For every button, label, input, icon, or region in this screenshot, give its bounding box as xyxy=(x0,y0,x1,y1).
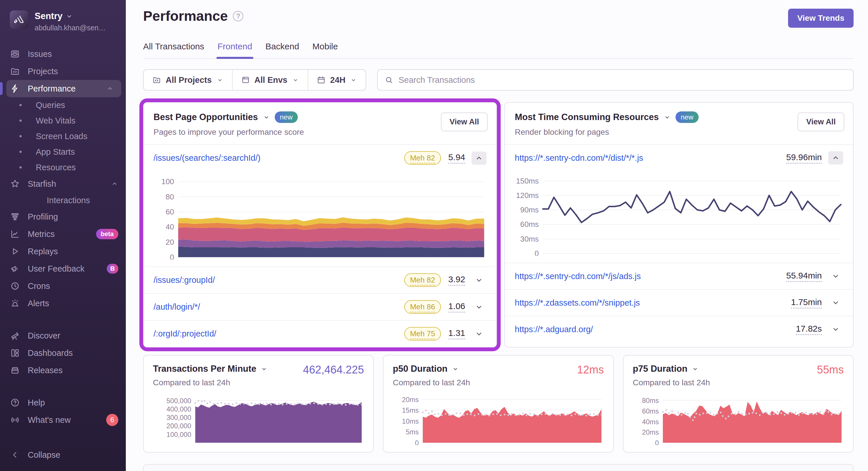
svg-text:60ms: 60ms xyxy=(642,407,659,415)
resource-row: https://*.adguard.org/ 17.82s xyxy=(505,316,853,342)
metrics-icon xyxy=(10,229,20,239)
p75-chart: 80ms60ms40ms20ms0 xyxy=(633,393,844,445)
sidebar-item-issues[interactable]: Issues xyxy=(0,45,126,63)
resource-row: https://*.sentry-cdn.com/*/js/ads.js 55.… xyxy=(505,263,853,289)
sidebar-item-web-vitals[interactable]: •Web Vitals xyxy=(0,113,126,128)
expand-row-button[interactable] xyxy=(471,274,487,287)
view-all-button[interactable]: View All xyxy=(798,113,844,131)
svg-text:400,000: 400,000 xyxy=(166,405,191,413)
megaphone-icon xyxy=(10,263,20,274)
chevron-down-icon[interactable] xyxy=(663,114,671,121)
collapse-row-button[interactable] xyxy=(828,151,843,164)
search-input[interactable] xyxy=(399,75,846,85)
org-switcher[interactable]: Sentry abdullah.khan@sen… xyxy=(0,0,126,32)
sidebar-item-help[interactable]: Help xyxy=(0,394,126,411)
sidebar-item-label: Help xyxy=(28,398,45,408)
view-trends-button[interactable]: View Trends xyxy=(788,9,854,28)
svg-text:90ms: 90ms xyxy=(520,206,539,214)
transaction-link[interactable]: /:orgId/:projectId/ xyxy=(154,329,399,339)
sidebar-item-projects[interactable]: Projects xyxy=(0,63,126,80)
sidebar-item-replays[interactable]: Replays xyxy=(0,243,126,260)
help-icon xyxy=(10,398,20,408)
new-badge: new xyxy=(275,112,298,123)
sidebar-item-discover[interactable]: Discover xyxy=(0,327,126,344)
time-consuming-resources-panel: Most Time Consuming Resources new Render… xyxy=(504,102,854,347)
expand-row-button[interactable] xyxy=(471,327,487,341)
sidebar-item-queries[interactable]: •Queries xyxy=(0,97,126,113)
sidebar-item-resources[interactable]: •Resources xyxy=(0,160,126,175)
chevron-down-icon[interactable] xyxy=(262,114,270,121)
lightning-icon xyxy=(10,84,20,94)
project-filter[interactable]: All Projects xyxy=(144,70,232,90)
sidebar-item-starfish[interactable]: Starfish xyxy=(0,175,126,192)
sidebar-item-user-feedback[interactable]: User FeedbackB xyxy=(0,260,126,277)
view-all-button[interactable]: View All xyxy=(441,113,488,131)
resource-link[interactable]: https://*.sentry-cdn.com/*/dist/*/*.js xyxy=(515,153,779,163)
profiling-icon xyxy=(10,212,20,222)
help-circle-icon[interactable]: ? xyxy=(233,11,243,21)
sidebar-item-performance[interactable]: Performance xyxy=(6,80,121,97)
sidebar-item-profiling[interactable]: Profiling xyxy=(0,208,126,225)
metric-value: 462,464.225 xyxy=(303,364,364,376)
sidebar-item-app-starts[interactable]: •App Starts xyxy=(0,144,126,160)
expand-row-button[interactable] xyxy=(471,301,487,314)
panel-title: Most Time Consuming Resources xyxy=(515,112,659,122)
svg-text:30ms: 30ms xyxy=(520,234,539,243)
date-range-filter[interactable]: 24H xyxy=(308,70,366,90)
opportunity-score: 1.31 xyxy=(448,328,465,339)
svg-text:120ms: 120ms xyxy=(516,191,539,200)
issues-icon xyxy=(10,49,20,59)
sidebar-item-releases[interactable]: Releases xyxy=(0,362,126,379)
metric-value: 55ms xyxy=(817,364,844,376)
tab-backend[interactable]: Backend xyxy=(266,41,299,58)
svg-text:200,000: 200,000 xyxy=(166,422,191,430)
transaction-link[interactable]: /issues/:groupId/ xyxy=(154,275,399,285)
sidebar-item-label: Performance xyxy=(28,84,75,94)
transaction-link[interactable]: /auth/login/*/ xyxy=(154,302,399,312)
bullet-icon: • xyxy=(19,147,25,157)
sidebar-item-crons[interactable]: Crons xyxy=(0,277,126,295)
resource-duration: 55.94min xyxy=(786,271,822,282)
chevron-left-icon xyxy=(10,450,20,460)
sidebar-item-collapse[interactable]: Collapse xyxy=(0,446,126,464)
chevron-down-icon xyxy=(292,76,299,84)
opportunity-score: 3.92 xyxy=(448,275,465,286)
expand-row-button[interactable] xyxy=(828,296,843,309)
chevron-down-icon xyxy=(475,276,483,284)
tab-frontend[interactable]: Frontend xyxy=(218,41,252,58)
chevron-down-icon xyxy=(350,76,357,84)
tab-mobile[interactable]: Mobile xyxy=(312,41,338,58)
search-icon xyxy=(385,75,393,84)
chevron-down-icon[interactable] xyxy=(691,365,699,373)
tab-all-transactions[interactable]: All Transactions xyxy=(143,41,204,58)
sidebar-item-interactions[interactable]: Interactions xyxy=(0,192,126,208)
chevron-up-icon xyxy=(111,180,118,188)
sidebar-item-screen-loads[interactable]: •Screen Loads xyxy=(0,128,126,144)
chevron-down-icon[interactable] xyxy=(452,365,459,373)
search-transactions[interactable] xyxy=(377,69,854,91)
expand-row-button[interactable] xyxy=(828,270,843,283)
sidebar-item-alerts[interactable]: Alerts xyxy=(0,295,126,312)
svg-text:0: 0 xyxy=(655,439,659,445)
panel-subtitle: Render blocking for pages xyxy=(515,128,843,137)
resource-link[interactable]: https://*.sentry-cdn.com/*/js/ads.js xyxy=(515,272,779,281)
chevron-down-icon xyxy=(832,325,840,333)
sidebar-item-dashboards[interactable]: Dashboards xyxy=(0,344,126,362)
main-content: Performance ? View Trends All Transactio… xyxy=(126,0,868,471)
sidebar-item-what-s-new[interactable]: What's new6 xyxy=(0,411,126,429)
siren-icon xyxy=(10,298,20,309)
resource-link[interactable]: https://*.zdassets.com/*/snippet.js xyxy=(515,298,783,308)
sidebar-item-label: Dashboards xyxy=(28,348,73,358)
transaction-link[interactable]: /issues/(searches/:searchId/) xyxy=(154,153,399,163)
chevron-down-icon[interactable] xyxy=(260,365,268,373)
expand-row-button[interactable] xyxy=(828,323,843,336)
collapse-row-button[interactable] xyxy=(471,152,487,165)
metric-subtitle: Compared to last 24h xyxy=(153,378,364,387)
svg-text:15ms: 15ms xyxy=(402,406,419,414)
resource-link[interactable]: https://*.adguard.org/ xyxy=(515,325,788,334)
nav-spacer xyxy=(0,312,126,327)
best-page-opportunities-panel: Best Page Opportunities new Pages to imp… xyxy=(143,102,497,347)
sidebar-item-metrics[interactable]: Metricsbeta xyxy=(0,225,126,243)
environment-filter[interactable]: All Envs xyxy=(232,70,308,90)
sidebar-item-label: What's new xyxy=(28,415,71,425)
